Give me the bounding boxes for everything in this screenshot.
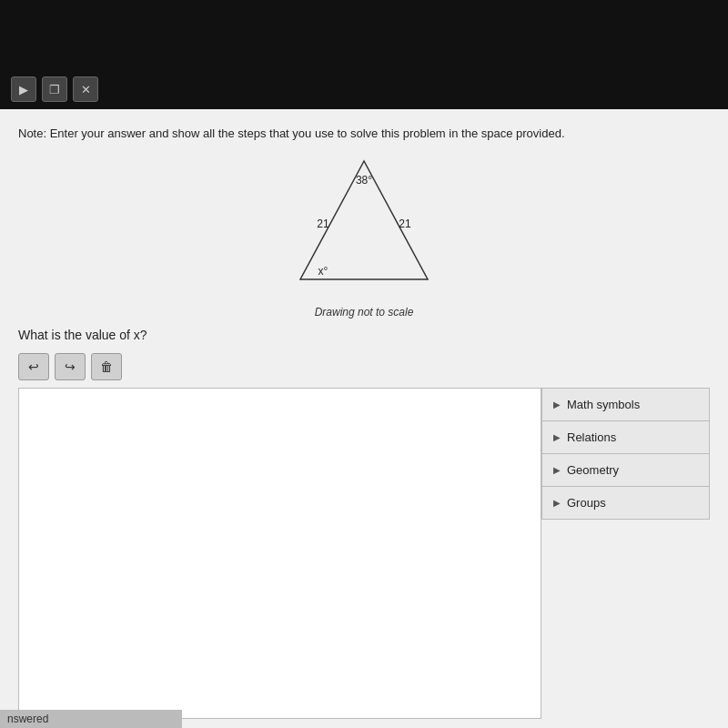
answer-toolbar: ↩ ↪ 🗑 bbox=[18, 353, 710, 380]
duplicate-icon: ❐ bbox=[49, 83, 60, 96]
redo-button[interactable]: ↪ bbox=[55, 353, 86, 380]
panel-item-groups[interactable]: ▶ Groups bbox=[541, 486, 710, 520]
top-bar-controls: ▶ ❐ ✕ bbox=[11, 76, 98, 102]
panel-item-relations[interactable]: ▶ Relations bbox=[541, 420, 710, 453]
arrow-icon-math: ▶ bbox=[553, 399, 561, 410]
close-button[interactable]: ✕ bbox=[73, 76, 98, 102]
arrow-icon-relations: ▶ bbox=[553, 432, 561, 442]
note-text: Note: Enter your answer and show all the… bbox=[18, 126, 710, 142]
cursor-icon: ▶ bbox=[19, 83, 28, 96]
question-text: What is the value of x? bbox=[18, 328, 710, 342]
trash-icon: 🗑 bbox=[100, 359, 113, 374]
triangle-container: 38° 21 21 x° bbox=[273, 157, 455, 302]
undo-icon: ↩ bbox=[28, 359, 39, 374]
arrow-icon-geometry: ▶ bbox=[553, 465, 561, 475]
top-angle-label: 38° bbox=[356, 174, 372, 187]
status-bar: nswered bbox=[0, 710, 182, 728]
cursor-button[interactable]: ▶ bbox=[11, 76, 36, 102]
right-side-label: 21 bbox=[399, 217, 411, 230]
panel-item-math-symbols[interactable]: ▶ Math symbols bbox=[541, 388, 710, 420]
arrow-icon-groups: ▶ bbox=[553, 498, 561, 508]
status-text: nswered bbox=[7, 713, 48, 725]
diagram-area: 38° 21 21 x° Drawing not to scale bbox=[18, 157, 710, 318]
panel-label-relations: Relations bbox=[567, 430, 616, 444]
panel-label-groups: Groups bbox=[567, 496, 606, 510]
bottom-angle-label: x° bbox=[318, 265, 329, 278]
diagram-caption: Drawing not to scale bbox=[315, 306, 414, 318]
top-bar: ▶ ❐ ✕ bbox=[0, 0, 728, 109]
close-icon: ✕ bbox=[81, 83, 91, 96]
left-side-label: 21 bbox=[317, 217, 329, 230]
duplicate-button[interactable]: ❐ bbox=[42, 76, 67, 102]
undo-button[interactable]: ↩ bbox=[18, 353, 49, 380]
triangle-svg: 38° 21 21 x° bbox=[273, 157, 455, 298]
panel-label-math-symbols: Math symbols bbox=[567, 398, 640, 411]
answer-input-area[interactable] bbox=[18, 388, 541, 719]
right-panel: ▶ Math symbols ▶ Relations ▶ Geometry ▶ … bbox=[541, 388, 710, 719]
panel-label-geometry: Geometry bbox=[567, 463, 619, 477]
main-content: Note: Enter your answer and show all the… bbox=[0, 109, 728, 728]
redo-icon: ↪ bbox=[65, 359, 76, 374]
delete-button[interactable]: 🗑 bbox=[91, 353, 122, 380]
answer-row: ▶ Math symbols ▶ Relations ▶ Geometry ▶ … bbox=[18, 388, 710, 719]
panel-item-geometry[interactable]: ▶ Geometry bbox=[541, 453, 710, 486]
